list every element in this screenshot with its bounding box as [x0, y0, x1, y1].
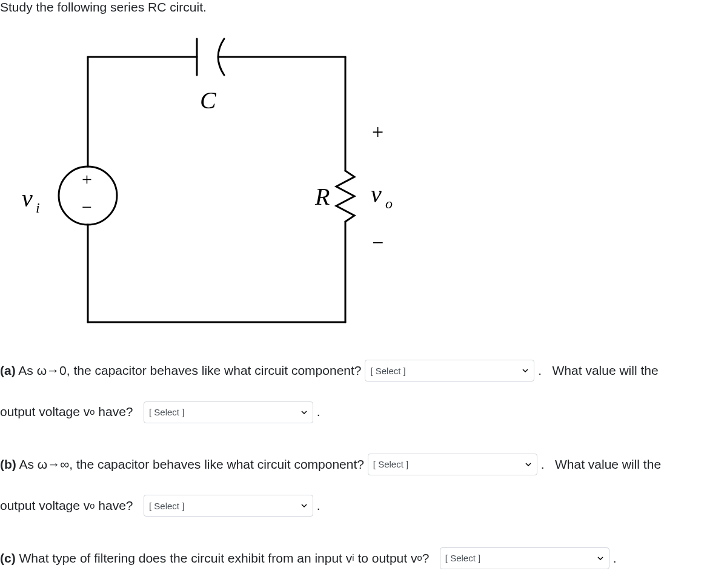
question-c-text1: What type of filtering does the circuit …: [16, 543, 353, 573]
svg-text:−: −: [372, 231, 383, 254]
page-title: Study the following series RC circuit.: [0, 0, 727, 15]
svg-text:v: v: [22, 185, 33, 212]
question-a-label: (a): [0, 355, 16, 386]
question-c-text3: ?: [422, 543, 440, 573]
question-b-cont: output voltage vo have? [ Select ] .: [0, 491, 727, 521]
question-b-text4: have?: [95, 491, 144, 521]
svg-text:+: +: [372, 121, 383, 143]
svg-text:R: R: [314, 183, 330, 210]
circuit-diagram: C R v i + − v o + −: [18, 21, 727, 345]
question-a-sub: o: [90, 401, 95, 423]
select-b-component[interactable]: [ Select ]: [368, 454, 537, 475]
question-a-text2: . What value will the: [534, 355, 658, 386]
question-c-sub-o: o: [417, 547, 422, 569]
question-b-text3: output voltage v: [0, 491, 90, 521]
svg-text:C: C: [200, 87, 217, 114]
question-b-sub: o: [90, 495, 95, 517]
svg-text:+: +: [82, 169, 92, 189]
question-c: (c) What type of filtering does the circ…: [0, 543, 727, 573]
question-b-label: (b): [0, 449, 16, 480]
question-a-cont: output voltage vo have? [ Select ] .: [0, 397, 727, 427]
question-b-text5: .: [313, 491, 320, 521]
svg-text:−: −: [82, 197, 92, 217]
question-c-text4: .: [609, 543, 617, 573]
question-b: (b) As ω→∞, the capacitor behaves like w…: [0, 449, 727, 480]
svg-text:o: o: [385, 196, 393, 211]
question-a-text4: have?: [95, 397, 144, 427]
select-b-voltage[interactable]: [ Select ]: [144, 495, 313, 517]
select-a-voltage[interactable]: [ Select ]: [144, 401, 313, 423]
svg-text:v: v: [371, 180, 382, 208]
svg-text:i: i: [36, 200, 40, 216]
question-b-text1: As ω→∞, the capacitor behaves like what …: [16, 449, 368, 480]
question-c-text2: to output v: [354, 543, 417, 573]
select-c-filter[interactable]: [ Select ]: [440, 547, 609, 569]
question-b-text2: . What value will the: [537, 449, 661, 480]
question-a-text3: output voltage v: [0, 397, 90, 427]
question-a-text5: .: [313, 397, 320, 427]
question-a: (a) As ω→0, the capacitor behaves like w…: [0, 355, 727, 386]
select-a-component[interactable]: [ Select ]: [365, 360, 534, 382]
question-c-label: (c): [0, 543, 16, 573]
question-a-text1: As ω→0, the capacitor behaves like what …: [16, 355, 365, 386]
